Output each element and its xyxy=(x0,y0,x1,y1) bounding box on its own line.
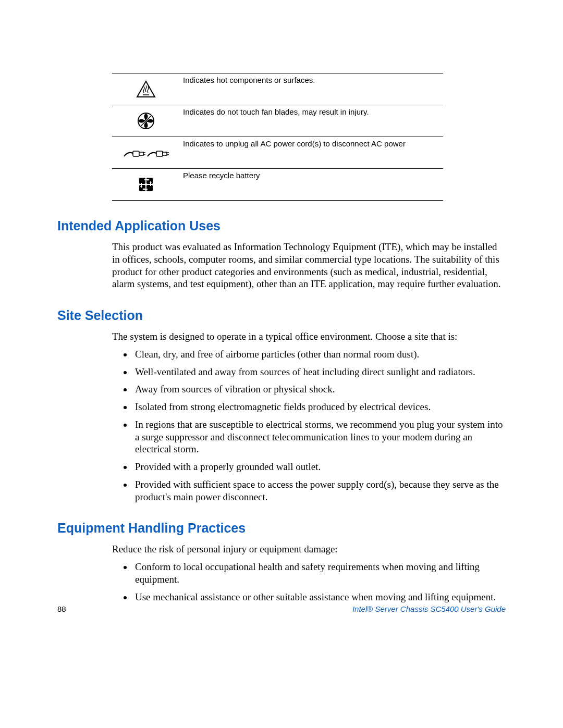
body-site: The system is designed to operate in a t… xyxy=(112,330,506,503)
footer-title: Intel® Server Chassis SC5400 User's Guid… xyxy=(352,604,506,613)
symbol-table: Indicates hot components or surfaces. In… xyxy=(112,73,443,201)
heading-equipment-handling-practices: Equipment Handling Practices xyxy=(57,521,506,536)
para: This product was evaluated as Informatio… xyxy=(112,241,506,290)
page-footer: 88 Intel® Server Chassis SC5400 User's G… xyxy=(57,604,506,613)
list-item: Clean, dry, and free of airborne particl… xyxy=(133,348,506,361)
symbol-desc: Indicates to unplug all AC power cord(s)… xyxy=(180,137,443,169)
page: Indicates hot components or surfaces. In… xyxy=(0,0,563,728)
body-intended: This product was evaluated as Informatio… xyxy=(112,241,506,290)
list-item: Away from sources of vibration or physic… xyxy=(133,383,506,396)
site-list: Clean, dry, and free of airborne particl… xyxy=(112,348,506,503)
svg-rect-16 xyxy=(139,185,145,191)
page-number: 88 xyxy=(57,604,66,613)
heading-intended-application-uses: Intended Application Uses xyxy=(57,218,506,233)
list-item: Use mechanical assistance or other suita… xyxy=(133,591,506,603)
table-row: Indicates hot components or surfaces. xyxy=(112,73,443,105)
list-item: Provided with a properly grounded wall o… xyxy=(133,461,506,473)
list-item: Provided with sufficient space to access… xyxy=(133,478,506,503)
body-equip: Reduce the risk of personal injury or eq… xyxy=(112,543,506,603)
svg-rect-6 xyxy=(133,151,139,156)
hot-surface-icon xyxy=(112,73,180,105)
list-item: In regions that are susceptible to elect… xyxy=(133,418,506,455)
para: The system is designed to operate in a t… xyxy=(112,330,506,343)
list-item: Isolated from strong electromagnetic fie… xyxy=(133,401,506,413)
fan-blade-icon xyxy=(112,105,180,137)
table-row: Indicates do not touch fan blades, may r… xyxy=(112,105,443,137)
equip-list: Conform to local occupational health and… xyxy=(112,561,506,603)
symbol-desc: Indicates do not touch fan blades, may r… xyxy=(180,105,443,137)
svg-rect-10 xyxy=(156,151,163,156)
svg-rect-11 xyxy=(163,152,167,155)
svg-rect-15 xyxy=(146,178,153,184)
svg-rect-17 xyxy=(146,185,153,191)
recycle-battery-icon xyxy=(112,169,180,201)
list-item: Well-ventilated and away from sources of… xyxy=(133,366,506,378)
table-row: Please recycle battery xyxy=(112,169,443,201)
symbol-desc: Please recycle battery xyxy=(180,169,443,201)
svg-rect-7 xyxy=(139,152,143,155)
footer-brand: Intel xyxy=(352,604,367,613)
symbol-desc: Indicates hot components or surfaces. xyxy=(180,73,443,105)
table-row: Indicates to unplug all AC power cord(s)… xyxy=(112,137,443,169)
footer-title-rest: Server Chassis SC5400 User's Guide xyxy=(373,604,506,613)
unplug-power-icon xyxy=(112,137,180,169)
svg-rect-14 xyxy=(139,178,145,184)
heading-site-selection: Site Selection xyxy=(57,308,506,323)
para: Reduce the risk of personal injury or eq… xyxy=(112,543,506,556)
registered-mark: ® xyxy=(367,604,373,613)
list-item: Conform to local occupational health and… xyxy=(133,561,506,586)
